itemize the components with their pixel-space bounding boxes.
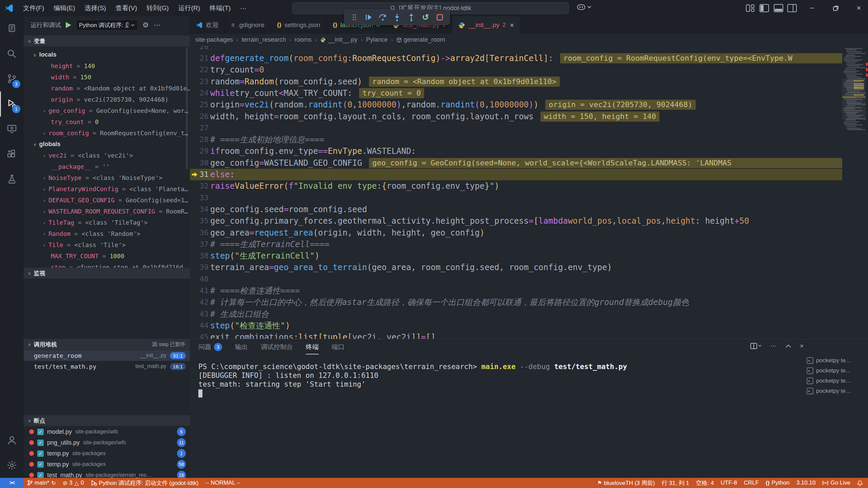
code-line-32[interactable]: 32 raise ValueError(f"Invalid env type: … xyxy=(190,180,842,192)
activity-search-icon[interactable] xyxy=(0,41,24,66)
expand-chevron-icon[interactable]: › xyxy=(43,231,46,237)
breakpoint-checkbox[interactable]: ✓ xyxy=(37,429,44,435)
watch-section-header[interactable]: ∨监视 xyxy=(24,268,190,279)
maximize-panel-icon[interactable] xyxy=(786,344,791,348)
breadcrumb-item[interactable]: __init__.py xyxy=(320,36,357,43)
terminal-instance[interactable]: >_pocketpy te… xyxy=(807,366,866,376)
expand-chevron-icon[interactable]: › xyxy=(43,209,46,215)
breakpoint-checkbox[interactable]: ✓ xyxy=(37,461,44,468)
activity-extensions-icon[interactable] xyxy=(0,142,24,167)
code-line-39[interactable]: 39 terrain_area = geo_area_to_terrain(ge… xyxy=(190,262,842,273)
variable-row[interactable]: height = 140 xyxy=(24,60,190,72)
code-line-41[interactable]: 41 # ====检查连通性==== xyxy=(190,285,842,297)
close-tab-icon[interactable]: × xyxy=(510,21,514,29)
code-line-29[interactable]: 29 if room_config.env_type == EnvType.WA… xyxy=(190,145,842,157)
code-line-37[interactable]: 37 # ====生成TerrainCell==== xyxy=(190,239,842,250)
code-line-24[interactable]: 24 while try_count < MAX_TRY_COUNT:try_c… xyxy=(190,87,842,99)
variables-section-header[interactable]: ∨变量 xyxy=(24,36,190,46)
expand-chevron-icon[interactable]: › xyxy=(43,108,46,114)
restart-button[interactable]: ↺ xyxy=(420,12,431,23)
activity-settings-icon[interactable] xyxy=(0,453,24,478)
activity-testing-icon[interactable] xyxy=(0,167,24,192)
breadcrumb-item[interactable]: terrain_research xyxy=(241,36,286,43)
code-line-43[interactable]: 43 # 生成出口组合 xyxy=(190,308,842,320)
panel-tab-调试控制台[interactable]: 调试控制台 xyxy=(261,339,293,354)
variable-row[interactable]: origin = vec2i(7205730, 9024468) xyxy=(24,94,190,105)
status-eol[interactable]: CRLF xyxy=(741,478,762,488)
step-into-button[interactable] xyxy=(391,12,403,23)
expand-chevron-icon[interactable]: › xyxy=(43,198,46,204)
code-line-31[interactable]: 31 else: xyxy=(190,169,842,180)
breadcrumb[interactable]: site-packages›terrain_research›rooms›__i… xyxy=(190,34,868,46)
panel-tab-问题[interactable]: 问题3 xyxy=(198,339,222,354)
menu-item[interactable]: 转到(G) xyxy=(142,0,173,16)
expand-chevron-icon[interactable]: › xyxy=(43,130,46,137)
code-line-25[interactable]: 25 origin = vec2i(random.randint(0, 1000… xyxy=(190,99,842,110)
variable-row[interactable]: ›NoiseType = <class 'NoiseType'> xyxy=(24,172,190,183)
terminal-instance[interactable]: >_pocketpy te… xyxy=(807,386,866,396)
status-go-live[interactable]: Go Live xyxy=(819,478,854,488)
status-problems[interactable]: ⊘3△0 xyxy=(59,478,87,488)
breakpoint-row[interactable]: ✓model.pysite-packages\wfc6 xyxy=(24,426,190,437)
variable-row[interactable]: ›PlanetaryWindConfig = <class 'Planeta… xyxy=(24,183,190,195)
status-encoding[interactable]: UTF-8 xyxy=(717,478,740,488)
tab-settings-json[interactable]: {}settings.json xyxy=(271,16,327,34)
code-line-27[interactable]: 27 xyxy=(190,122,842,134)
debug-config-dropdown[interactable]: Python 调试程序: 启 xyxy=(76,20,138,30)
minimap-viewport[interactable] xyxy=(842,78,866,120)
menu-item[interactable]: 查看(V) xyxy=(111,0,142,16)
customize-layout-icon[interactable] xyxy=(746,4,755,12)
breakpoint-checkbox[interactable]: ✓ xyxy=(37,472,44,479)
code-line-44[interactable]: 44 step("检查连通性") xyxy=(190,320,842,331)
close-panel-icon[interactable]: × xyxy=(800,342,804,350)
panel-tab-端口[interactable]: 端口 xyxy=(332,339,344,354)
variable-row[interactable]: ›room_config = RoomRequestConfig(env_t… xyxy=(24,127,190,139)
tab--gdignore[interactable]: ≡.gdignore xyxy=(225,16,271,34)
variable-row[interactable]: ›TileTag = <class 'TileTag'> xyxy=(24,217,190,228)
code-line-40[interactable]: 40 xyxy=(190,273,842,285)
expand-chevron-icon[interactable]: › xyxy=(43,220,46,226)
close-window-button[interactable]: × xyxy=(851,0,867,16)
sidebar-scrollbar[interactable] xyxy=(186,47,188,169)
breakpoint-row[interactable]: ✓png_utils.pysite-packages\wfc11 xyxy=(24,437,190,448)
variable-row[interactable]: stop = <function stop at 0x1bf8d716d… xyxy=(24,262,190,268)
more-actions-icon[interactable]: ⋯ xyxy=(154,21,161,29)
breakpoints-section-header[interactable]: ∨断点 xyxy=(24,415,190,426)
breadcrumb-item[interactable]: site-packages xyxy=(195,36,233,43)
breakpoint-row[interactable]: ✓temp.pysite-packages1 xyxy=(24,448,190,459)
code-line-26[interactable]: 26 width, height = room_config.layout.n_… xyxy=(190,111,842,122)
sync-icon[interactable]: ↻ xyxy=(51,480,56,486)
restore-button[interactable] xyxy=(828,0,844,16)
activity-source-control-icon[interactable]: 3 xyxy=(0,66,24,92)
breakpoint-checkbox[interactable]: ✓ xyxy=(37,450,44,457)
variable-row[interactable]: ›WASTELAND_ROOM_REQUEST_CONFIG = RoomR… xyxy=(24,206,190,217)
panel-tab-终端[interactable]: 终端 xyxy=(306,339,319,354)
status-vim-mode[interactable]: -- NORMAL -- xyxy=(202,478,244,488)
code-line-45[interactable]: 45 exit_combinations: list[tuple[vec2i, … xyxy=(190,331,842,339)
variable-row[interactable]: try_count = 0 xyxy=(24,116,190,127)
variable-row[interactable]: width = 150 xyxy=(24,72,190,83)
variable-row[interactable]: ›geo_config = GeoConfig(seed=None, wor… xyxy=(24,105,190,116)
panel-more-icon[interactable]: ⋯ xyxy=(770,342,777,350)
code-line-22[interactable]: 22 try_count = 0 xyxy=(190,64,842,76)
gear-icon[interactable]: ⚙ xyxy=(142,21,149,29)
menu-item[interactable]: 运行(R) xyxy=(174,0,205,16)
stop-button[interactable] xyxy=(434,12,446,23)
variable-row[interactable]: ›DEFAULT_GEO_CONFIG = GeoConfig(seed=1… xyxy=(24,195,190,206)
drag-grip-icon[interactable] xyxy=(349,12,360,23)
code-line-20[interactable]: 20 xyxy=(190,46,842,53)
breadcrumb-item[interactable]: Pylance xyxy=(366,36,388,43)
status-language[interactable]: {}Python xyxy=(762,478,793,488)
expand-chevron-icon[interactable]: › xyxy=(43,242,46,248)
variable-row[interactable]: ›vec2i = <class 'vec2i'> xyxy=(24,150,190,161)
menu-item[interactable]: 选择(S) xyxy=(80,0,111,16)
code-line-38[interactable]: 38 step("生成TerrainCell") xyxy=(190,250,842,262)
expand-chevron-icon[interactable]: › xyxy=(43,186,46,192)
status-cursor-position[interactable]: 行 31, 列 1 xyxy=(658,478,692,488)
terminal-instance[interactable]: >_pocketpy te… xyxy=(807,355,866,366)
callstack-section-header[interactable]: ∨调用堆栈 因 step 已暂停 xyxy=(24,339,190,350)
status-indentation[interactable]: 空格: 4 xyxy=(693,478,717,488)
menu-overflow-button[interactable]: ⋯ xyxy=(235,4,251,12)
terminal-split-icon[interactable] xyxy=(750,343,762,349)
status-git-blame[interactable]: ⚑blueloveTH (3 周前) xyxy=(594,478,658,488)
